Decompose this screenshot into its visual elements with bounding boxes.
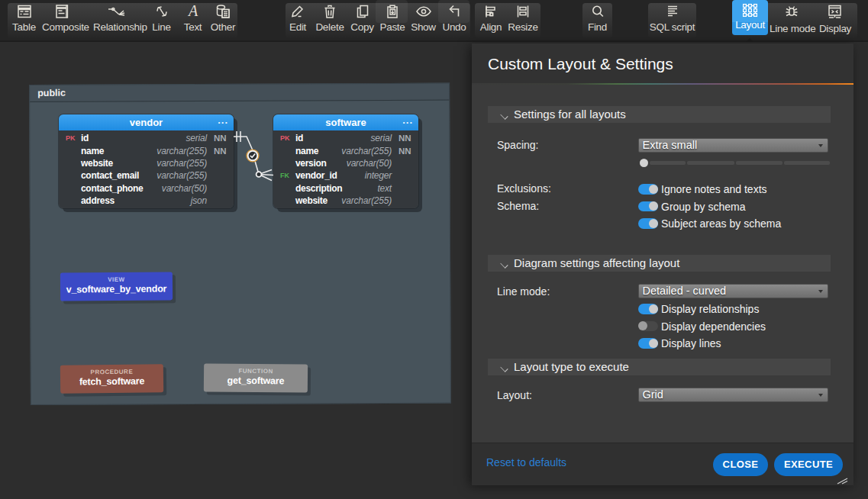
svg-text:A: A [186,3,198,19]
